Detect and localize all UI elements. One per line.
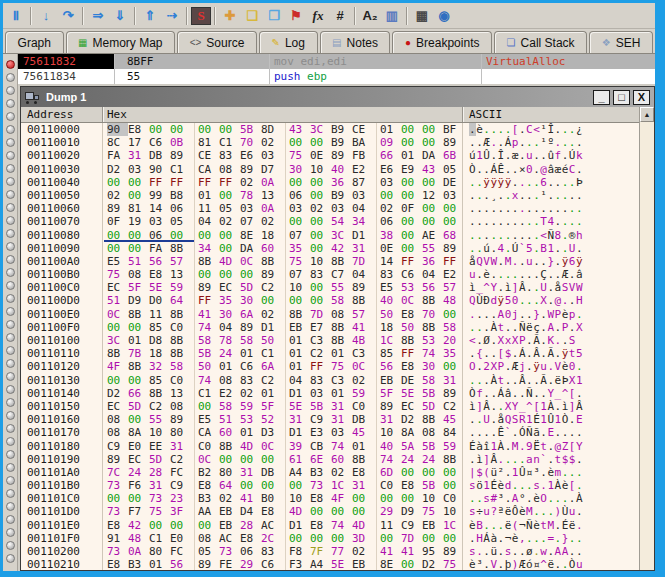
ascii-char[interactable]: ë [547, 558, 554, 570]
hex-byte[interactable]: EC [401, 400, 422, 413]
hex-byte[interactable]: BA [352, 136, 373, 149]
hex-byte[interactable]: 77 [331, 545, 352, 558]
hex-byte[interactable]: 13 [261, 189, 282, 202]
hex-byte[interactable]: 7D [401, 532, 422, 545]
ascii-char[interactable]: ` [505, 426, 512, 439]
hex-byte[interactable]: 00 [289, 479, 310, 492]
ascii-char[interactable]: . [512, 347, 519, 360]
hex-byte[interactable]: E8 [198, 479, 219, 492]
ascii-char[interactable]: Y [512, 400, 519, 413]
hex-byte[interactable]: F7 [128, 505, 149, 518]
hex-byte[interactable]: 83 [380, 268, 401, 281]
ascii-char[interactable]: . [555, 255, 562, 268]
hex-byte[interactable]: EC [128, 453, 149, 466]
gutter-dot[interactable] [6, 541, 15, 550]
hex-byte[interactable]: 58 [198, 334, 219, 347]
hex-byte[interactable]: E8 [261, 505, 282, 518]
hex-byte[interactable]: 03 [443, 189, 464, 202]
hex-byte[interactable]: 73 [310, 479, 331, 492]
step-over-icon[interactable]: ↷ [57, 6, 79, 26]
dump-row[interactable]: 0011019089EC5DC20C000000616E608B7424248B… [21, 453, 639, 466]
hex-byte[interactable]: EB [380, 374, 401, 387]
hex-byte[interactable]: 42 [128, 519, 149, 532]
hex-byte[interactable]: EC [107, 281, 128, 294]
hex-byte[interactable]: 5D [422, 400, 443, 413]
ascii-char[interactable]: . [576, 466, 583, 479]
hex-byte[interactable]: 06 [240, 545, 261, 558]
hex-byte[interactable]: 48 [128, 532, 149, 545]
hex-byte[interactable]: AC [261, 519, 282, 532]
hex-byte[interactable]: 00 [107, 374, 128, 387]
hex-byte[interactable]: 00 [128, 492, 149, 505]
gutter-dot[interactable] [6, 281, 15, 290]
ascii-char[interactable]: . [498, 215, 505, 228]
ascii-char[interactable]: ÿ [498, 294, 505, 307]
hex-byte[interactable]: 01 [240, 347, 261, 360]
dump-row[interactable]: 0011016008005589E551535231C931DB31D28B45… [21, 413, 639, 426]
hex-byte[interactable]: 00 [310, 189, 331, 202]
hex-byte[interactable]: E2 [352, 163, 373, 176]
hex-byte[interactable]: 02 [261, 308, 282, 321]
hex-byte[interactable]: 10 [310, 255, 331, 268]
hex-byte[interactable]: 73 [107, 479, 128, 492]
ascii-char[interactable]: } [562, 532, 569, 545]
hex-byte[interactable]: 31 [443, 374, 464, 387]
ascii-char[interactable]: 1 [555, 413, 562, 426]
ascii-char[interactable]: è [562, 479, 569, 492]
ascii-char[interactable]: . [519, 387, 526, 400]
ascii-char[interactable]: _ [519, 400, 526, 413]
ascii-char[interactable]: 4 [498, 242, 505, 255]
hex-byte[interactable]: D4 [240, 505, 261, 518]
hex-byte[interactable]: D2 [422, 558, 443, 570]
ascii-char[interactable]: [ [569, 387, 576, 400]
hex-byte[interactable]: C9 [107, 440, 128, 453]
ascii-char[interactable]: ÿ [562, 347, 569, 360]
ascii-char[interactable]: [ [498, 347, 505, 360]
ascii-char[interactable]: ÿ [498, 176, 505, 189]
hex-byte[interactable]: 4D [352, 519, 373, 532]
hex-byte[interactable]: 0C [401, 294, 422, 307]
ascii-char[interactable]: . [490, 268, 497, 281]
hex-byte[interactable]: D9 [401, 505, 422, 518]
gutter-dot[interactable] [6, 450, 15, 459]
hex-byte[interactable]: 41 [401, 545, 422, 558]
ascii-char[interactable]: X [498, 334, 505, 347]
hex-byte[interactable]: E0 [170, 532, 191, 545]
hex-byte[interactable]: 8B [422, 413, 443, 426]
hex-byte[interactable]: AA [198, 505, 219, 518]
comment-icon[interactable]: ❑ [241, 6, 263, 26]
ascii-char[interactable]: . [512, 545, 519, 558]
hex-byte[interactable]: 56 [380, 360, 401, 373]
gutter-dot[interactable] [6, 346, 15, 355]
hex-byte[interactable]: B8 [170, 189, 191, 202]
hex-byte[interactable]: 38 [380, 229, 401, 242]
ascii-char[interactable]: . [576, 505, 583, 518]
ascii-char[interactable]: . [519, 294, 526, 307]
ascii-char[interactable]: . [490, 400, 497, 413]
hex-byte[interactable]: 02 [352, 545, 373, 558]
hex-byte[interactable]: C0 [198, 440, 219, 453]
ascii-char[interactable]: . [576, 360, 583, 373]
hex-byte[interactable]: 0B [170, 136, 191, 149]
ascii-char[interactable]: . [576, 387, 583, 400]
hex-byte[interactable]: 55 [422, 242, 443, 255]
gutter-dot[interactable] [6, 307, 15, 316]
ascii-char[interactable]: × [519, 163, 526, 176]
ascii-char[interactable]: . [490, 215, 497, 228]
hex-byte[interactable]: 10 [422, 492, 443, 505]
hex-byte[interactable]: 00 [128, 321, 149, 334]
hex-byte[interactable]: DB [149, 149, 170, 162]
hex-byte[interactable]: 5B [240, 123, 261, 136]
hex-byte[interactable]: 53 [422, 334, 443, 347]
hex-byte[interactable]: 48 [443, 294, 464, 307]
hex-byte[interactable]: 00 [422, 136, 443, 149]
hex-byte[interactable]: 68 [443, 229, 464, 242]
ascii-char[interactable]: . [512, 426, 519, 439]
hex-byte[interactable]: 99 [149, 189, 170, 202]
hex-byte[interactable]: 74 [422, 347, 443, 360]
ascii-char[interactable]: . [555, 268, 562, 281]
hex-byte[interactable]: 64 [219, 479, 240, 492]
hex-byte[interactable]: 89 [240, 321, 261, 334]
run-icon[interactable]: ⇒ [87, 6, 109, 26]
ascii-char[interactable]: . [490, 426, 497, 439]
